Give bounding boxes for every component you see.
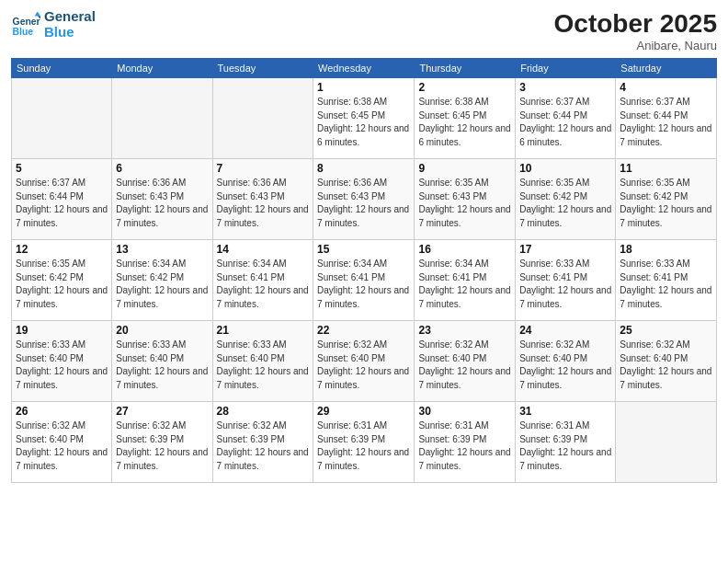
day-info: Sunrise: 6:33 AM Sunset: 6:40 PM Dayligh… bbox=[116, 339, 208, 392]
col-header-friday: Friday bbox=[516, 59, 616, 78]
col-header-monday: Monday bbox=[112, 59, 212, 78]
day-number: 23 bbox=[418, 324, 511, 337]
location: Anibare, Nauru bbox=[554, 39, 717, 52]
day-number: 9 bbox=[418, 162, 511, 175]
calendar-cell bbox=[12, 78, 112, 159]
calendar-cell: 16Sunrise: 6:34 AM Sunset: 6:41 PM Dayli… bbox=[415, 240, 516, 321]
week-row: 19Sunrise: 6:33 AM Sunset: 6:40 PM Dayli… bbox=[12, 321, 717, 402]
day-number: 16 bbox=[418, 243, 511, 256]
day-info: Sunrise: 6:34 AM Sunset: 6:41 PM Dayligh… bbox=[418, 258, 511, 311]
calendar-cell: 22Sunrise: 6:32 AM Sunset: 6:40 PM Dayli… bbox=[313, 321, 415, 402]
day-number: 26 bbox=[16, 405, 108, 418]
day-info: Sunrise: 6:31 AM Sunset: 6:39 PM Dayligh… bbox=[418, 419, 511, 473]
col-header-tuesday: Tuesday bbox=[212, 59, 313, 78]
day-number: 19 bbox=[16, 324, 108, 337]
day-info: Sunrise: 6:32 AM Sunset: 6:39 PM Dayligh… bbox=[217, 419, 309, 473]
logo-icon: General Blue bbox=[11, 10, 40, 40]
day-number: 21 bbox=[217, 324, 309, 337]
calendar-cell: 4Sunrise: 6:37 AM Sunset: 6:44 PM Daylig… bbox=[616, 78, 717, 159]
col-header-sunday: Sunday bbox=[12, 59, 112, 78]
day-number: 5 bbox=[16, 162, 108, 175]
calendar-cell: 27Sunrise: 6:32 AM Sunset: 6:39 PM Dayli… bbox=[112, 402, 212, 483]
day-number: 15 bbox=[317, 243, 410, 256]
day-info: Sunrise: 6:35 AM Sunset: 6:42 PM Dayligh… bbox=[519, 177, 611, 230]
day-info: Sunrise: 6:37 AM Sunset: 6:44 PM Dayligh… bbox=[620, 96, 712, 149]
svg-marker-2 bbox=[35, 11, 40, 16]
calendar-cell: 6Sunrise: 6:36 AM Sunset: 6:43 PM Daylig… bbox=[112, 159, 212, 240]
day-info: Sunrise: 6:38 AM Sunset: 6:45 PM Dayligh… bbox=[317, 96, 410, 149]
day-info: Sunrise: 6:32 AM Sunset: 6:40 PM Dayligh… bbox=[317, 339, 410, 392]
header-row: SundayMondayTuesdayWednesdayThursdayFrid… bbox=[12, 59, 717, 78]
day-number: 4 bbox=[620, 81, 712, 94]
day-info: Sunrise: 6:38 AM Sunset: 6:45 PM Dayligh… bbox=[418, 96, 511, 149]
calendar-cell: 7Sunrise: 6:36 AM Sunset: 6:43 PM Daylig… bbox=[212, 159, 313, 240]
day-info: Sunrise: 6:35 AM Sunset: 6:43 PM Dayligh… bbox=[418, 177, 511, 230]
day-number: 12 bbox=[16, 243, 108, 256]
week-row: 1Sunrise: 6:38 AM Sunset: 6:45 PM Daylig… bbox=[12, 78, 717, 159]
day-info: Sunrise: 6:32 AM Sunset: 6:40 PM Dayligh… bbox=[418, 339, 511, 392]
month-title: October 2025 bbox=[554, 9, 717, 39]
calendar-cell: 17Sunrise: 6:33 AM Sunset: 6:41 PM Dayli… bbox=[516, 240, 616, 321]
day-info: Sunrise: 6:34 AM Sunset: 6:41 PM Dayligh… bbox=[317, 258, 410, 311]
calendar-cell: 12Sunrise: 6:35 AM Sunset: 6:42 PM Dayli… bbox=[12, 240, 112, 321]
calendar-cell: 9Sunrise: 6:35 AM Sunset: 6:43 PM Daylig… bbox=[415, 159, 516, 240]
calendar-cell: 3Sunrise: 6:37 AM Sunset: 6:44 PM Daylig… bbox=[516, 78, 616, 159]
calendar-cell: 15Sunrise: 6:34 AM Sunset: 6:41 PM Dayli… bbox=[313, 240, 415, 321]
calendar: SundayMondayTuesdayWednesdayThursdayFrid… bbox=[11, 58, 717, 483]
week-row: 26Sunrise: 6:32 AM Sunset: 6:40 PM Dayli… bbox=[12, 402, 717, 483]
day-number: 31 bbox=[519, 405, 611, 418]
calendar-cell: 2Sunrise: 6:38 AM Sunset: 6:45 PM Daylig… bbox=[415, 78, 516, 159]
day-info: Sunrise: 6:34 AM Sunset: 6:41 PM Dayligh… bbox=[217, 258, 309, 311]
calendar-cell: 20Sunrise: 6:33 AM Sunset: 6:40 PM Dayli… bbox=[112, 321, 212, 402]
day-number: 1 bbox=[317, 81, 410, 94]
day-number: 6 bbox=[116, 162, 208, 175]
day-info: Sunrise: 6:36 AM Sunset: 6:43 PM Dayligh… bbox=[116, 177, 208, 230]
day-info: Sunrise: 6:32 AM Sunset: 6:40 PM Dayligh… bbox=[519, 339, 611, 392]
day-number: 28 bbox=[217, 405, 309, 418]
day-number: 18 bbox=[620, 243, 712, 256]
day-number: 22 bbox=[317, 324, 410, 337]
calendar-cell: 30Sunrise: 6:31 AM Sunset: 6:39 PM Dayli… bbox=[415, 402, 516, 483]
page: General Blue General Blue October 2025 A… bbox=[0, 0, 728, 563]
calendar-cell bbox=[616, 402, 717, 483]
calendar-cell: 14Sunrise: 6:34 AM Sunset: 6:41 PM Dayli… bbox=[212, 240, 313, 321]
day-number: 24 bbox=[519, 324, 611, 337]
col-header-wednesday: Wednesday bbox=[313, 59, 415, 78]
title-block: October 2025 Anibare, Nauru bbox=[554, 9, 717, 52]
day-info: Sunrise: 6:37 AM Sunset: 6:44 PM Dayligh… bbox=[519, 96, 611, 149]
calendar-cell: 11Sunrise: 6:35 AM Sunset: 6:42 PM Dayli… bbox=[616, 159, 717, 240]
calendar-cell: 31Sunrise: 6:31 AM Sunset: 6:39 PM Dayli… bbox=[516, 402, 616, 483]
calendar-cell: 18Sunrise: 6:33 AM Sunset: 6:41 PM Dayli… bbox=[616, 240, 717, 321]
day-number: 20 bbox=[116, 324, 208, 337]
col-header-thursday: Thursday bbox=[415, 59, 516, 78]
day-number: 7 bbox=[217, 162, 309, 175]
calendar-cell: 21Sunrise: 6:33 AM Sunset: 6:40 PM Dayli… bbox=[212, 321, 313, 402]
day-info: Sunrise: 6:33 AM Sunset: 6:41 PM Dayligh… bbox=[519, 258, 611, 311]
calendar-cell: 10Sunrise: 6:35 AM Sunset: 6:42 PM Dayli… bbox=[516, 159, 616, 240]
day-info: Sunrise: 6:32 AM Sunset: 6:39 PM Dayligh… bbox=[116, 419, 208, 473]
calendar-cell bbox=[112, 78, 212, 159]
day-info: Sunrise: 6:33 AM Sunset: 6:41 PM Dayligh… bbox=[620, 258, 712, 311]
day-info: Sunrise: 6:34 AM Sunset: 6:42 PM Dayligh… bbox=[116, 258, 208, 311]
logo: General Blue General Blue bbox=[11, 9, 96, 40]
day-number: 14 bbox=[217, 243, 309, 256]
day-info: Sunrise: 6:33 AM Sunset: 6:40 PM Dayligh… bbox=[16, 339, 108, 392]
calendar-cell: 8Sunrise: 6:36 AM Sunset: 6:43 PM Daylig… bbox=[313, 159, 415, 240]
day-info: Sunrise: 6:32 AM Sunset: 6:40 PM Dayligh… bbox=[620, 339, 712, 392]
logo-blue: Blue bbox=[44, 25, 96, 40]
day-info: Sunrise: 6:36 AM Sunset: 6:43 PM Dayligh… bbox=[317, 177, 410, 230]
calendar-cell: 29Sunrise: 6:31 AM Sunset: 6:39 PM Dayli… bbox=[313, 402, 415, 483]
calendar-cell: 24Sunrise: 6:32 AM Sunset: 6:40 PM Dayli… bbox=[516, 321, 616, 402]
day-info: Sunrise: 6:36 AM Sunset: 6:43 PM Dayligh… bbox=[217, 177, 309, 230]
day-number: 17 bbox=[519, 243, 611, 256]
day-info: Sunrise: 6:35 AM Sunset: 6:42 PM Dayligh… bbox=[620, 177, 712, 230]
calendar-cell: 13Sunrise: 6:34 AM Sunset: 6:42 PM Dayli… bbox=[112, 240, 212, 321]
day-number: 10 bbox=[519, 162, 611, 175]
col-header-saturday: Saturday bbox=[616, 59, 717, 78]
week-row: 5Sunrise: 6:37 AM Sunset: 6:44 PM Daylig… bbox=[12, 159, 717, 240]
day-number: 25 bbox=[620, 324, 712, 337]
calendar-cell bbox=[212, 78, 313, 159]
day-number: 8 bbox=[317, 162, 410, 175]
calendar-cell: 26Sunrise: 6:32 AM Sunset: 6:40 PM Dayli… bbox=[12, 402, 112, 483]
day-info: Sunrise: 6:31 AM Sunset: 6:39 PM Dayligh… bbox=[317, 419, 410, 473]
